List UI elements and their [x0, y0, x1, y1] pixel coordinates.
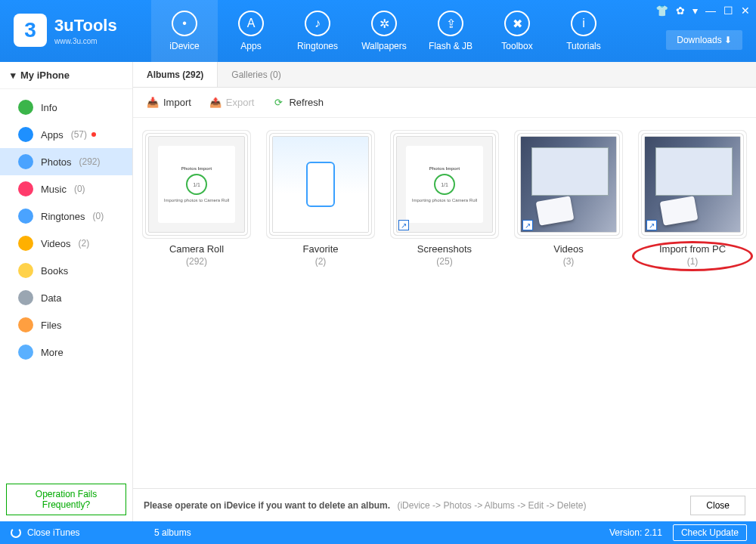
main-nav: •iDeviceAApps♪Ringtones✲Wallpapers⇪Flash… — [151, 0, 617, 62]
sidebar-item-apps[interactable]: Apps(57) — [0, 121, 132, 148]
nav-label: Apps — [240, 41, 261, 51]
album-count: (1) — [640, 256, 745, 267]
close-itunes-button[interactable]: Close iTunes — [27, 527, 80, 538]
sidebar-icon — [18, 181, 33, 196]
downloads-button[interactable]: Downloads ⬇ — [666, 30, 742, 50]
sidebar-item-books[interactable]: Books — [0, 257, 132, 284]
sidebar-item-more[interactable]: More — [0, 338, 132, 366]
album-thumbnail — [272, 136, 369, 233]
nav-icon: ♪ — [305, 11, 330, 36]
refresh-label: Refresh — [289, 97, 324, 108]
album-import-from-pc[interactable]: ↗Import from PC(1) — [640, 136, 745, 267]
sidebar-icon — [18, 154, 33, 169]
nav-icon: • — [172, 11, 197, 36]
sidebar-item-files[interactable]: Files — [0, 311, 132, 338]
sidebar-item-label: Files — [41, 320, 61, 331]
import-icon: 📥 — [147, 97, 159, 109]
sidebar-icon — [18, 317, 33, 332]
nav-idevice[interactable]: •iDevice — [151, 0, 218, 62]
minimize-icon[interactable]: — — [705, 5, 716, 17]
nav-ringtones[interactable]: ♪Ringtones — [284, 0, 351, 62]
sidebar-item-info[interactable]: Info — [0, 94, 132, 121]
sidebar-icon — [18, 263, 33, 278]
chevron-down-icon: ▾ — [11, 70, 16, 81]
nav-label: Ringtones — [297, 41, 338, 51]
info-bar: Please operate on iDevice if you want to… — [133, 488, 756, 521]
gear-icon[interactable]: ✿ — [676, 5, 685, 17]
sidebar-item-photos[interactable]: Photos(292) — [0, 148, 132, 175]
nav-toolbox[interactable]: ✖Toolbox — [484, 0, 550, 62]
sidebar-icon — [18, 290, 33, 305]
sidebar-item-label: Info — [41, 102, 57, 113]
check-update-button[interactable]: Check Update — [673, 524, 747, 541]
sidebar: ▾ My iPhone InfoApps(57)Photos(292)Music… — [0, 62, 133, 521]
album-thumbnail: Photos Import1/1Importing photos to Came… — [396, 136, 493, 233]
album-screenshots[interactable]: Photos Import1/1Importing photos to Came… — [392, 136, 497, 267]
album-favorite[interactable]: Favorite(2) — [268, 136, 373, 267]
export-label: Export — [226, 97, 255, 108]
sidebar-item-ringtones[interactable]: Ringtones(0) — [0, 202, 132, 230]
sidebar-item-label: Videos — [41, 238, 71, 249]
operation-fails-link[interactable]: Operation Fails Frequently? — [6, 484, 126, 515]
status-bar: Close iTunes 5 albums Version: 2.11 Chec… — [0, 521, 756, 544]
sidebar-icon — [18, 236, 33, 251]
album-count: (2) — [268, 256, 373, 267]
toolbar: 📥 Import 📤 Export ⟳ Refresh — [133, 88, 756, 118]
album-count: (25) — [392, 256, 497, 267]
nav-apps[interactable]: AApps — [218, 0, 284, 62]
nav-flash-jb[interactable]: ⇪Flash & JB — [417, 0, 484, 62]
sidebar-item-music[interactable]: Music(0) — [0, 175, 132, 202]
main-panel: Albums (292)Galleries (0) 📥 Import 📤 Exp… — [133, 62, 756, 521]
nav-tutorials[interactable]: iTutorials — [550, 0, 617, 62]
sidebar-item-label: Photos — [41, 156, 71, 168]
info-path: (iDevice -> Photos -> Albums -> Edit -> … — [397, 500, 586, 511]
notification-badge — [91, 132, 96, 137]
device-name: My iPhone — [20, 70, 70, 81]
sidebar-item-label: Ringtones — [41, 211, 85, 222]
tab-albums[interactable]: Albums (292) — [133, 62, 218, 87]
import-label: Import — [163, 97, 191, 108]
sidebar-item-label: Apps — [41, 129, 64, 141]
close-window-icon[interactable]: ✕ — [741, 5, 750, 17]
nav-label: Toolbox — [501, 41, 532, 51]
sidebar-item-count: (0) — [74, 184, 85, 194]
album-camera-roll[interactable]: Photos Import1/1Importing photos to Came… — [144, 136, 249, 267]
sidebar-icon — [18, 345, 33, 360]
device-selector[interactable]: ▾ My iPhone — [0, 62, 132, 89]
sidebar-list: InfoApps(57)Photos(292)Music(0)Ringtones… — [0, 89, 132, 478]
version-label: Version: 2.11 — [609, 527, 662, 538]
sidebar-item-videos[interactable]: Videos(2) — [0, 230, 132, 257]
sidebar-item-data[interactable]: Data — [0, 284, 132, 311]
sidebar-icon — [18, 100, 33, 115]
refresh-button[interactable]: ⟳ Refresh — [272, 97, 324, 109]
nav-icon: ✲ — [371, 11, 397, 36]
album-thumbnail: Photos Import1/1Importing photos to Came… — [148, 136, 245, 233]
nav-icon: i — [571, 11, 596, 36]
tab-galleries[interactable]: Galleries (0) — [218, 62, 294, 87]
nav-wallpapers[interactable]: ✲Wallpapers — [351, 0, 417, 62]
album-count: (3) — [516, 256, 621, 267]
export-button[interactable]: 📤 Export — [209, 97, 255, 109]
sidebar-item-label: Books — [41, 265, 68, 277]
sidebar-item-label: Music — [41, 184, 67, 195]
album-thumbnail: ↗ — [520, 136, 617, 233]
album-name: Favorite — [268, 243, 373, 255]
pin-icon[interactable]: ▾ — [692, 5, 698, 17]
sidebar-item-count: (2) — [79, 238, 90, 249]
album-name: Camera Roll — [144, 243, 249, 255]
maximize-icon[interactable]: ☐ — [723, 5, 733, 17]
album-thumbnail: ↗ — [644, 136, 741, 233]
album-videos[interactable]: ↗Videos(3) — [516, 136, 621, 267]
albums-grid: Photos Import1/1Importing photos to Came… — [133, 118, 756, 488]
refresh-icon: ⟳ — [272, 97, 284, 109]
album-name: Import from PC — [640, 243, 745, 255]
close-info-button[interactable]: Close — [690, 496, 745, 515]
nav-label: iDevice — [169, 41, 199, 51]
app-name: 3uTools — [54, 16, 117, 36]
import-button[interactable]: 📥 Import — [147, 97, 191, 109]
spinner-icon — [11, 527, 21, 538]
sidebar-item-count: (0) — [93, 211, 104, 221]
nav-label: Wallpapers — [361, 41, 407, 51]
shirt-icon[interactable]: 👕 — [655, 5, 668, 17]
shortcut-icon: ↗ — [522, 220, 533, 230]
